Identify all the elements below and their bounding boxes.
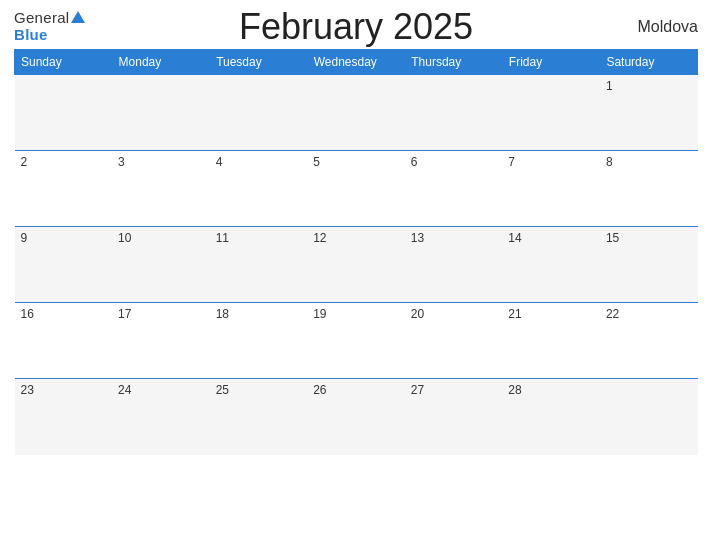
- day-number: 16: [21, 307, 34, 321]
- header-monday: Monday: [112, 50, 210, 75]
- day-number: 20: [411, 307, 424, 321]
- country-label: Moldova: [638, 18, 698, 36]
- day-number: 23: [21, 383, 34, 397]
- calendar-cell: 5: [307, 151, 405, 227]
- day-number: 13: [411, 231, 424, 245]
- logo: General Blue: [14, 10, 85, 43]
- calendar-cell: 14: [502, 227, 600, 303]
- calendar-cell: 13: [405, 227, 503, 303]
- calendar-cell: [600, 379, 698, 455]
- calendar-cell: 28: [502, 379, 600, 455]
- day-number: 18: [216, 307, 229, 321]
- day-number: 12: [313, 231, 326, 245]
- header-tuesday: Tuesday: [210, 50, 308, 75]
- day-number: 6: [411, 155, 418, 169]
- day-number: 14: [508, 231, 521, 245]
- calendar-cell: 10: [112, 227, 210, 303]
- calendar-cell: 3: [112, 151, 210, 227]
- calendar-cell: 7: [502, 151, 600, 227]
- calendar-week-row: 16171819202122: [15, 303, 698, 379]
- calendar-cell: 18: [210, 303, 308, 379]
- calendar-cell: 9: [15, 227, 113, 303]
- calendar-cell: 4: [210, 151, 308, 227]
- day-number: 17: [118, 307, 131, 321]
- day-number: 5: [313, 155, 320, 169]
- calendar-wrapper: General Blue February 2025 Moldova Sunda…: [0, 0, 712, 550]
- calendar-week-row: 232425262728: [15, 379, 698, 455]
- calendar-week-row: 9101112131415: [15, 227, 698, 303]
- calendar-cell: 8: [600, 151, 698, 227]
- calendar-cell: 11: [210, 227, 308, 303]
- day-number: 26: [313, 383, 326, 397]
- calendar-title: February 2025: [239, 6, 473, 48]
- day-number: 21: [508, 307, 521, 321]
- calendar-cell: [405, 75, 503, 151]
- calendar-header: General Blue February 2025 Moldova: [14, 10, 698, 43]
- calendar-cell: [307, 75, 405, 151]
- header-sunday: Sunday: [15, 50, 113, 75]
- calendar-cell: 1: [600, 75, 698, 151]
- calendar-cell: [15, 75, 113, 151]
- day-number: 1: [606, 79, 613, 93]
- calendar-cell: [502, 75, 600, 151]
- header-saturday: Saturday: [600, 50, 698, 75]
- day-number: 19: [313, 307, 326, 321]
- calendar-cell: 19: [307, 303, 405, 379]
- calendar-cell: 27: [405, 379, 503, 455]
- calendar-week-row: 2345678: [15, 151, 698, 227]
- calendar-cell: 25: [210, 379, 308, 455]
- logo-general-text: General: [14, 10, 85, 27]
- day-number: 25: [216, 383, 229, 397]
- calendar-cell: 24: [112, 379, 210, 455]
- logo-blue-text: Blue: [14, 27, 48, 44]
- calendar-cell: 16: [15, 303, 113, 379]
- day-number: 24: [118, 383, 131, 397]
- header-thursday: Thursday: [405, 50, 503, 75]
- calendar-cell: 2: [15, 151, 113, 227]
- calendar-cell: 17: [112, 303, 210, 379]
- calendar-cell: 6: [405, 151, 503, 227]
- day-number: 7: [508, 155, 515, 169]
- header-wednesday: Wednesday: [307, 50, 405, 75]
- day-number: 27: [411, 383, 424, 397]
- day-number: 2: [21, 155, 28, 169]
- header-friday: Friday: [502, 50, 600, 75]
- day-number: 15: [606, 231, 619, 245]
- logo-triangle-icon: [71, 11, 85, 23]
- calendar-cell: 20: [405, 303, 503, 379]
- weekday-header-row: Sunday Monday Tuesday Wednesday Thursday…: [15, 50, 698, 75]
- day-number: 28: [508, 383, 521, 397]
- calendar-cell: 15: [600, 227, 698, 303]
- calendar-cell: 21: [502, 303, 600, 379]
- calendar-cell: [210, 75, 308, 151]
- calendar-cell: 22: [600, 303, 698, 379]
- day-number: 10: [118, 231, 131, 245]
- calendar-cell: 26: [307, 379, 405, 455]
- calendar-cell: 12: [307, 227, 405, 303]
- day-number: 22: [606, 307, 619, 321]
- day-number: 8: [606, 155, 613, 169]
- day-number: 9: [21, 231, 28, 245]
- calendar-week-row: 1: [15, 75, 698, 151]
- day-number: 4: [216, 155, 223, 169]
- day-number: 3: [118, 155, 125, 169]
- day-number: 11: [216, 231, 229, 245]
- calendar-table: Sunday Monday Tuesday Wednesday Thursday…: [14, 49, 698, 455]
- calendar-cell: [112, 75, 210, 151]
- calendar-cell: 23: [15, 379, 113, 455]
